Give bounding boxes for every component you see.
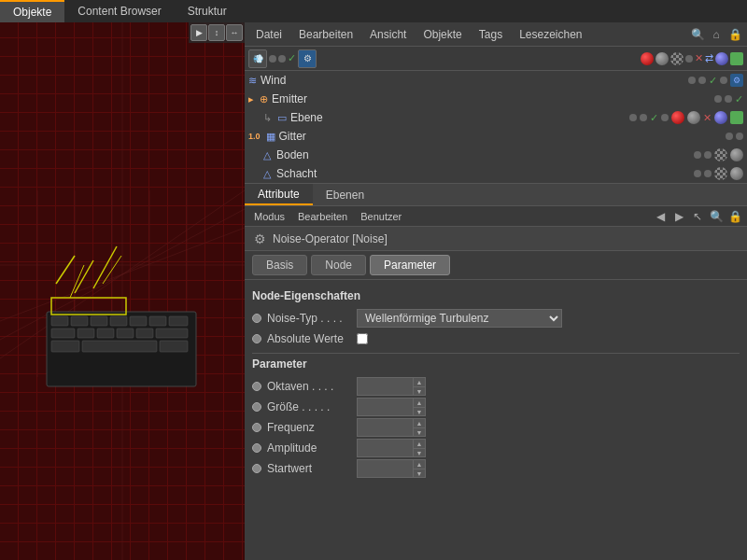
prop-amplitude: Amplitude 150 ▲ ▼: [252, 438, 740, 458]
prop-oktaven: Oktaven . . . . 3 ▲ ▼: [252, 376, 740, 397]
tab-parameter[interactable]: Parameter: [370, 255, 450, 275]
spin-down-frequenz[interactable]: ▼: [413, 427, 426, 437]
wind-name: Wind: [261, 74, 684, 87]
spin-down-oktaven[interactable]: ▼: [413, 386, 426, 396]
select-noise-typ[interactable]: Wellenförmige Turbulenz: [357, 309, 562, 328]
vp-btn-3[interactable]: ↔: [226, 24, 243, 41]
svg-line-27: [56, 256, 75, 284]
tab-ebenen[interactable]: Ebenen: [313, 184, 377, 205]
input-spin-startwert: 0 ▲ ▼: [357, 459, 426, 478]
schacht-name: Schacht: [276, 167, 690, 180]
tab-content-browser[interactable]: Content Browser: [64, 0, 174, 22]
svg-rect-24: [51, 341, 79, 352]
ball-bo2: [730, 148, 743, 161]
cursor-icon[interactable]: ↖: [689, 208, 706, 225]
dot-frequenz: [252, 423, 261, 432]
list-item-emitter[interactable]: ▸ ⊕ Emitter ✓: [245, 90, 747, 108]
dot-oktaven: [252, 382, 261, 391]
tab-struktur[interactable]: Struktur: [175, 0, 240, 22]
vp-btn-1[interactable]: ▶: [190, 24, 207, 41]
ball-eb3: [714, 111, 727, 124]
dot-eb1: [629, 114, 637, 121]
btn-modus[interactable]: Modus: [248, 210, 290, 223]
tab-attribute[interactable]: Attribute: [245, 184, 313, 205]
list-item-boden[interactable]: △ Boden: [245, 146, 747, 164]
noise-gear-icon: ⚙: [252, 231, 267, 246]
home-icon[interactable]: ⌂: [708, 26, 725, 43]
dot-w2: [698, 77, 706, 84]
svg-rect-25: [82, 341, 157, 352]
dot-startwert: [252, 464, 261, 473]
spin-up-startwert[interactable]: ▲: [413, 459, 426, 469]
properties-panel: Node-Eigenschaften Noise-Typ . . . . Wel…: [245, 280, 747, 484]
btn-bearbeiten[interactable]: Bearbeiten: [292, 210, 353, 223]
noise-title: Noise-Operator [Noise]: [273, 232, 388, 245]
list-item-wind[interactable]: ≋ Wind ✓ ⚙: [245, 71, 747, 90]
menu-bearbeiten[interactable]: Bearbeiten: [291, 26, 360, 43]
spin-up-groesse[interactable]: ▲: [413, 398, 426, 407]
arrow-left-icon[interactable]: ◀: [652, 208, 669, 225]
viewport-3d[interactable]: ▶ ↕ ↔: [0, 22, 245, 560]
input-startwert[interactable]: 0: [357, 459, 413, 478]
tab-node[interactable]: Node: [311, 255, 366, 275]
prop-frequenz: Frequenz 0.5 ▲ ▼: [252, 417, 740, 438]
dot-e1: [714, 95, 722, 103]
ball-red: [641, 52, 654, 65]
spin-up-frequenz[interactable]: ▲: [413, 418, 426, 427]
vp-btn-2[interactable]: ↕: [208, 24, 225, 41]
spin-down-startwert[interactable]: ▼: [413, 469, 426, 478]
input-oktaven[interactable]: 3: [357, 377, 413, 396]
ball-checker: [670, 52, 684, 65]
section-parameter: Parameter: [252, 357, 740, 371]
label-noise-typ: Noise-Typ . . . .: [267, 312, 351, 325]
spin-down-groesse[interactable]: ▼: [413, 407, 426, 416]
menu-ansicht[interactable]: Ansicht: [362, 26, 414, 43]
input-frequenz[interactable]: 0.5: [357, 418, 413, 437]
list-item-gitter[interactable]: 1.0 ▦ Gitter: [245, 127, 747, 146]
lock-icon[interactable]: 🔒: [726, 26, 743, 43]
dot-bo1: [694, 151, 701, 159]
svg-rect-11: [51, 316, 68, 326]
prop-noise-typ: Noise-Typ . . . . Wellenförmige Turbulen…: [252, 308, 740, 329]
menu-lesezeichen[interactable]: Lesezeichen: [512, 26, 589, 43]
menu-datei[interactable]: Datei: [248, 26, 289, 43]
ball-grey: [655, 52, 669, 65]
label-startwert: Startwert: [267, 462, 351, 475]
btn-benutzer[interactable]: Benutzer: [355, 210, 407, 223]
menu-objekte[interactable]: Objekte: [416, 26, 469, 43]
attr-toolbar: Modus Bearbeiten Benutzer ◀ ▶ ↖ 🔍 🔒: [245, 206, 747, 227]
gitter-name: Gitter: [279, 130, 722, 143]
input-amplitude[interactable]: 150: [357, 439, 413, 457]
lock-attr-icon[interactable]: 🔒: [726, 208, 743, 225]
svg-rect-15: [130, 316, 147, 326]
tab-objekte[interactable]: Objekte: [0, 0, 64, 22]
check-eb: ✓: [650, 112, 658, 124]
dot-w3: [720, 77, 727, 84]
search-attr-icon[interactable]: 🔍: [708, 208, 725, 225]
spin-up-amplitude[interactable]: ▲: [413, 439, 426, 448]
dot-sc1: [694, 170, 701, 177]
boden-name: Boden: [276, 148, 690, 161]
bnp-tabs: Basis Node Parameter: [245, 251, 747, 280]
tab-basis[interactable]: Basis: [252, 255, 307, 275]
viewport-toolbar: ▶ ↕ ↔: [189, 22, 245, 43]
ebene-name: Ebene: [290, 111, 626, 124]
label-amplitude: Amplitude: [267, 441, 351, 455]
checkbox-absolute[interactable]: [357, 333, 368, 344]
obj-icon-settings[interactable]: ⚙: [298, 49, 317, 68]
list-item-schacht[interactable]: △ Schacht: [245, 164, 747, 183]
spin-down-amplitude[interactable]: ▼: [413, 448, 426, 457]
search-icon[interactable]: 🔍: [689, 26, 706, 43]
ebene-arrow: ↳: [263, 112, 272, 124]
check-e: ✓: [735, 93, 743, 105]
ball-bo1: [714, 148, 727, 161]
menu-tags[interactable]: Tags: [472, 26, 510, 43]
input-groesse[interactable]: 100: [357, 398, 413, 416]
list-item-ebene[interactable]: ↳ ▭ Ebene ✓ ✕: [245, 108, 747, 127]
spin-up-oktaven[interactable]: ▲: [413, 377, 426, 386]
dot-groesse: [252, 402, 261, 412]
obj-icon-wind[interactable]: 💨: [248, 49, 267, 68]
object-list: ≋ Wind ✓ ⚙ ▸ ⊕ Emitter ✓: [245, 71, 747, 184]
attribute-tabs: Attribute Ebenen: [245, 184, 747, 206]
arrow-right-icon[interactable]: ▶: [670, 208, 687, 225]
